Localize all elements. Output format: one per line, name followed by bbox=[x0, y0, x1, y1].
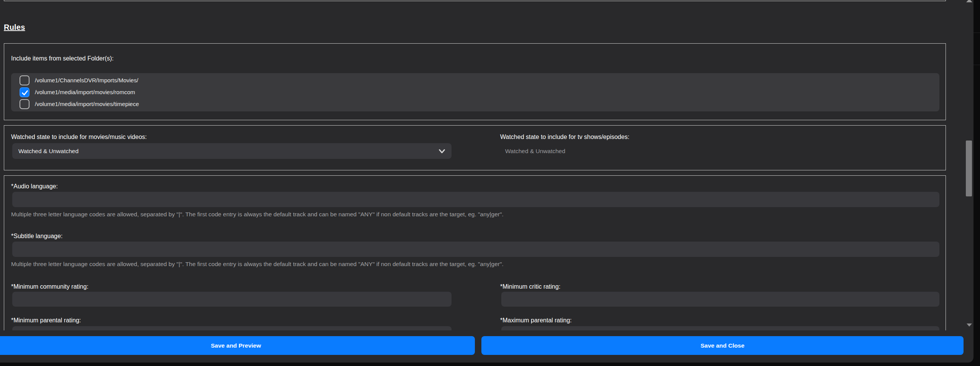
divider bbox=[973, 65, 980, 65]
filters-fieldset: *Audio language: Multiple three letter l… bbox=[4, 175, 946, 330]
audio-language-label: *Audio language: bbox=[11, 183, 58, 190]
folder-checkbox[interactable] bbox=[20, 87, 29, 97]
subtitle-language-hint: Multiple three letter language codes are… bbox=[11, 261, 504, 268]
divider bbox=[973, 33, 980, 33]
dialog-scroll-content: Rules Include items from selected Folder… bbox=[0, 0, 959, 330]
scroll-up-icon[interactable] bbox=[966, 0, 972, 2]
save-and-preview-button[interactable]: Save and Preview bbox=[0, 336, 475, 355]
page-scrollbar-track[interactable] bbox=[973, 0, 980, 366]
folder-checkbox[interactable] bbox=[20, 75, 29, 85]
folder-path: /volume1/media/import/movies/romcom bbox=[35, 89, 135, 95]
movies-watched-label: Watched state to include for movies/musi… bbox=[11, 134, 147, 141]
folders-fieldset: Include items from selected Folder(s): /… bbox=[4, 43, 946, 120]
folder-checkbox[interactable] bbox=[20, 99, 29, 109]
min-community-rating-label: *Minimum community rating: bbox=[11, 283, 88, 290]
check-icon bbox=[21, 88, 29, 97]
folder-list: /volume1/ChannelsDVR/Imports/Movies/ /vo… bbox=[11, 73, 939, 111]
subtitle-language-input[interactable] bbox=[12, 242, 939, 257]
tv-watched-value: Watched & Unwatched bbox=[505, 148, 565, 155]
min-parental-rating-label: *Minimum parental rating: bbox=[11, 317, 81, 324]
min-parental-rating-input[interactable] bbox=[12, 326, 452, 330]
max-parental-rating-input[interactable] bbox=[501, 326, 939, 330]
min-critic-rating-label: *Minimum critic rating: bbox=[500, 283, 560, 290]
movies-watched-select[interactable]: Watched & Unwatched bbox=[12, 143, 452, 159]
watched-state-fieldset: Watched state to include for movies/musi… bbox=[4, 125, 946, 170]
folder-row[interactable]: /volume1/media/import/movies/romcom bbox=[11, 86, 939, 98]
min-community-rating-input[interactable] bbox=[12, 292, 452, 307]
folder-row[interactable]: /volume1/media/import/movies/timepiece bbox=[11, 98, 939, 110]
settings-dialog: Rules Include items from selected Folder… bbox=[0, 0, 973, 363]
scrollbar-thumb[interactable] bbox=[966, 141, 972, 196]
folder-row[interactable]: /volume1/ChannelsDVR/Imports/Movies/ bbox=[11, 74, 939, 86]
movies-watched-value: Watched & Unwatched bbox=[18, 148, 79, 155]
folder-path: /volume1/ChannelsDVR/Imports/Movies/ bbox=[35, 77, 138, 83]
save-and-close-button[interactable]: Save and Close bbox=[481, 336, 964, 355]
audio-language-hint: Multiple three letter language codes are… bbox=[11, 211, 504, 218]
folder-path: /volume1/media/import/movies/timepiece bbox=[35, 101, 139, 107]
previous-section-cut-border bbox=[4, 0, 946, 1]
subtitle-language-label: *Subtitle language: bbox=[11, 233, 62, 240]
scroll-down-icon[interactable] bbox=[967, 324, 972, 327]
rules-heading: Rules bbox=[4, 23, 25, 32]
folders-label: Include items from selected Folder(s): bbox=[11, 55, 114, 62]
page: Rules Include items from selected Folder… bbox=[0, 0, 980, 366]
tv-watched-label: Watched state to include for tv shows/ep… bbox=[500, 134, 629, 141]
max-parental-rating-label: *Maximum parental rating: bbox=[500, 317, 572, 324]
audio-language-input[interactable] bbox=[12, 192, 939, 207]
min-critic-rating-input[interactable] bbox=[501, 292, 939, 307]
chevron-down-icon bbox=[438, 147, 446, 155]
